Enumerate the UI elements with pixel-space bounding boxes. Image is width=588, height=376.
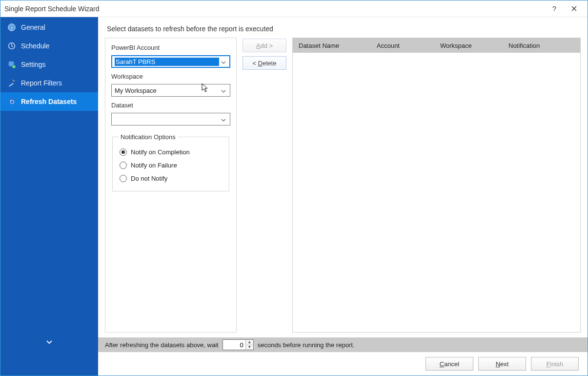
sidebar-item-label: Settings bbox=[21, 61, 46, 68]
radio-icon bbox=[120, 175, 127, 182]
titlebar: Single Report Schedule Wizard ? bbox=[0, 0, 588, 17]
workspace-combobox[interactable]: My Workspace bbox=[111, 84, 230, 97]
wizard-window: Single Report Schedule Wizard ? i Genera… bbox=[0, 0, 588, 376]
wait-bar: After refreshing the datasets above, wai… bbox=[98, 337, 588, 352]
radio-icon bbox=[120, 148, 127, 156]
sidebar-item-refresh-datasets[interactable]: Refresh Datasets bbox=[0, 92, 98, 111]
table-body[interactable] bbox=[293, 53, 580, 332]
wizard-footer: Cancel Next Finish bbox=[98, 352, 588, 376]
dataset-form-panel: PowerBI Account SarahT PBRS Workspace My… bbox=[105, 38, 237, 333]
notification-options-group: Notification Options Notify on Completio… bbox=[112, 133, 229, 191]
sidebar-expand-toggle[interactable] bbox=[0, 339, 98, 346]
account-label: PowerBI Account bbox=[111, 44, 230, 51]
workspace-label: Workspace bbox=[111, 73, 230, 80]
wait-text-before: After refreshing the datasets above, wai… bbox=[105, 341, 219, 349]
wait-seconds-input[interactable] bbox=[223, 340, 245, 350]
col-notification[interactable]: Notification bbox=[503, 42, 580, 49]
main-area: i General Schedule Settings Re bbox=[0, 17, 588, 376]
wait-seconds-spinner[interactable]: ▲ ▼ bbox=[223, 339, 254, 350]
wand-icon bbox=[7, 79, 16, 87]
chevron-down-icon bbox=[219, 87, 228, 94]
content-panel: Select datasets to refresh before the re… bbox=[98, 17, 588, 376]
help-button[interactable]: ? bbox=[545, 2, 564, 16]
spinner-buttons: ▲ ▼ bbox=[245, 340, 253, 350]
spin-up-button[interactable]: ▲ bbox=[246, 340, 253, 345]
window-title: Single Report Schedule Wizard bbox=[4, 5, 545, 13]
delete-button[interactable]: < Delete bbox=[243, 56, 286, 70]
col-workspace[interactable]: Workspace bbox=[434, 42, 503, 49]
database-check-icon bbox=[7, 60, 16, 69]
sidebar-item-settings[interactable]: Settings bbox=[0, 55, 98, 74]
radio-notify-failure[interactable]: Notify on Failure bbox=[119, 159, 223, 172]
info-icon: i bbox=[7, 23, 16, 32]
next-button[interactable]: Next bbox=[478, 357, 526, 371]
chevron-down-icon bbox=[219, 116, 228, 123]
workspace-value: My Workspace bbox=[115, 87, 219, 94]
sidebar-item-label: Refresh Datasets bbox=[21, 98, 77, 105]
sidebar-item-label: Schedule bbox=[21, 42, 49, 50]
clock-icon bbox=[7, 42, 16, 50]
refresh-database-icon bbox=[7, 97, 16, 106]
dataset-label: Dataset bbox=[111, 102, 230, 109]
content-body: PowerBI Account SarahT PBRS Workspace My… bbox=[98, 38, 588, 337]
finish-button[interactable]: Finish bbox=[531, 357, 579, 371]
datasets-table: Dataset Name Account Workspace Notificat… bbox=[292, 38, 581, 333]
wait-text-after: seconds before running the report. bbox=[258, 341, 355, 349]
radio-label: Notify on Failure bbox=[131, 162, 177, 169]
radio-notify-completion[interactable]: Notify on Completion bbox=[119, 146, 223, 159]
col-dataset-name[interactable]: Dataset Name bbox=[293, 42, 371, 49]
cancel-button[interactable]: Cancel bbox=[426, 357, 473, 371]
svg-point-7 bbox=[12, 80, 13, 81]
sidebar-item-report-filters[interactable]: Report Filters bbox=[0, 74, 98, 92]
sidebar-item-label: General bbox=[21, 23, 45, 31]
sidebar-item-label: Report Filters bbox=[21, 79, 62, 87]
dataset-combobox[interactable] bbox=[111, 113, 230, 125]
account-value: SarahT PBRS bbox=[115, 58, 219, 66]
radio-label: Do not Notify bbox=[131, 175, 167, 182]
sidebar-item-schedule[interactable]: Schedule bbox=[0, 37, 98, 55]
radio-do-not-notify[interactable]: Do not Notify bbox=[119, 172, 223, 185]
svg-point-6 bbox=[13, 80, 14, 81]
chevron-down-icon bbox=[219, 58, 228, 65]
account-combobox[interactable]: SarahT PBRS bbox=[111, 55, 230, 68]
svg-rect-5 bbox=[9, 83, 14, 87]
action-column: Add > < Delete bbox=[243, 38, 286, 333]
sidebar-item-general[interactable]: i General bbox=[0, 18, 98, 37]
instruction-text: Select datasets to refresh before the re… bbox=[98, 17, 588, 38]
svg-text:i: i bbox=[11, 25, 13, 30]
notification-legend: Notification Options bbox=[119, 133, 178, 141]
close-button[interactable] bbox=[564, 2, 584, 16]
add-button[interactable]: Add > bbox=[243, 39, 286, 52]
sidebar: i General Schedule Settings Re bbox=[0, 17, 98, 376]
radio-icon bbox=[120, 162, 127, 169]
col-account[interactable]: Account bbox=[371, 42, 434, 49]
spin-down-button[interactable]: ▼ bbox=[246, 345, 253, 350]
table-header: Dataset Name Account Workspace Notificat… bbox=[293, 38, 580, 53]
radio-label: Notify on Completion bbox=[131, 148, 190, 156]
